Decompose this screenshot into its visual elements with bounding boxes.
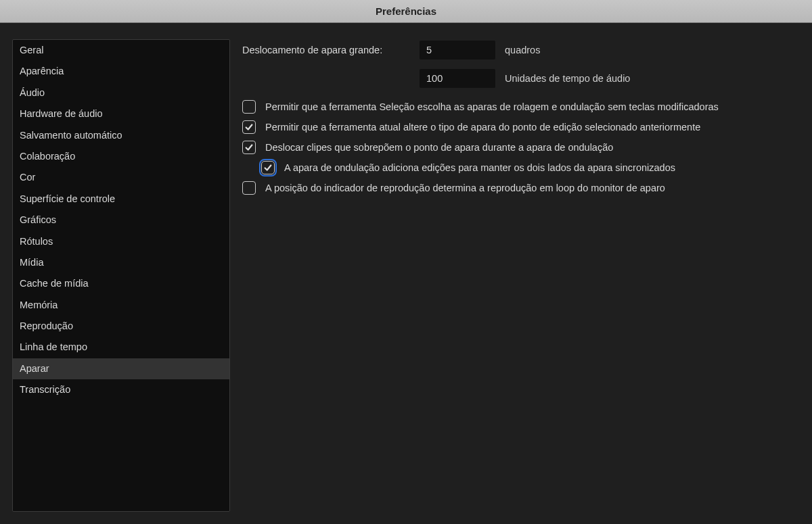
big-trim-offset-label: Deslocamento de apara grande: xyxy=(242,45,410,55)
sidebar-item-cor[interactable]: Cor xyxy=(13,167,229,188)
sidebar-item-áudio[interactable]: Áudio xyxy=(13,82,229,103)
trim-settings-panel: Deslocamento de apara grande: quadros Un… xyxy=(242,39,800,512)
checkbox-4[interactable] xyxy=(242,181,256,195)
sidebar-item-reprodução[interactable]: Reprodução xyxy=(13,316,229,337)
checkbox-row-1: Permitir que a ferramenta atual altere o… xyxy=(242,120,800,134)
preferences-sidebar: GeralAparênciaÁudioHardware de áudioSalv… xyxy=(12,39,230,512)
sidebar-item-salvamento-automático[interactable]: Salvamento automático xyxy=(13,125,229,146)
content-area: GeralAparênciaÁudioHardware de áudioSalv… xyxy=(0,23,812,524)
checkbox-3[interactable] xyxy=(261,161,275,174)
sidebar-item-superfície-de-controle[interactable]: Superfície de controle xyxy=(13,189,229,210)
checkbox-row-0: Permitir que a ferramenta Seleção escolh… xyxy=(242,100,800,114)
checkbox-2[interactable] xyxy=(242,141,256,154)
big-trim-offset-row: Deslocamento de apara grande: quadros xyxy=(242,41,800,59)
checkbox-row-2: Deslocar clipes que sobrepõem o ponto de… xyxy=(242,141,800,154)
sidebar-item-aparência[interactable]: Aparência xyxy=(13,61,229,82)
sidebar-item-gráficos[interactable]: Gráficos xyxy=(13,210,229,231)
big-trim-offset-input[interactable] xyxy=(420,41,495,59)
window-title: Preferências xyxy=(376,5,436,17)
checkbox-label-0: Permitir que a ferramenta Seleção escolh… xyxy=(265,101,719,112)
checkbox-label-4: A posição do indicador de reprodução det… xyxy=(265,183,665,193)
sidebar-item-hardware-de-áudio[interactable]: Hardware de áudio xyxy=(13,103,229,124)
sidebar-item-memória[interactable]: Memória xyxy=(13,295,229,316)
checkbox-0[interactable] xyxy=(242,100,256,114)
sidebar-item-linha-de-tempo[interactable]: Linha de tempo xyxy=(13,337,229,358)
offset-inputs-group: Deslocamento de apara grande: quadros Un… xyxy=(242,41,800,88)
checkbox-label-3: A apara de ondulação adiciona edições pa… xyxy=(284,162,675,173)
audio-time-unit-row: Unidades de tempo de áudio xyxy=(242,69,800,88)
big-trim-offset-unit: quadros xyxy=(505,45,540,55)
checkbox-1[interactable] xyxy=(242,120,256,134)
checkbox-label-1: Permitir que a ferramenta atual altere o… xyxy=(265,122,700,133)
audio-time-unit-label: Unidades de tempo de áudio xyxy=(505,73,630,84)
checkbox-row-3: A apara de ondulação adiciona edições pa… xyxy=(261,161,800,174)
checkbox-list: Permitir que a ferramenta Seleção escolh… xyxy=(242,100,800,195)
sidebar-item-transcrição[interactable]: Transcrição xyxy=(13,379,229,400)
sidebar-item-rótulos[interactable]: Rótulos xyxy=(13,231,229,252)
sidebar-item-cache-de-mídia[interactable]: Cache de mídia xyxy=(13,273,229,294)
sidebar-item-aparar[interactable]: Aparar xyxy=(13,358,229,379)
checkbox-label-2: Deslocar clipes que sobrepõem o ponto de… xyxy=(265,142,613,153)
audio-time-unit-input[interactable] xyxy=(420,69,495,88)
sidebar-item-mídia[interactable]: Mídia xyxy=(13,252,229,273)
window-titlebar: Preferências xyxy=(0,0,812,23)
sidebar-item-colaboração[interactable]: Colaboração xyxy=(13,146,229,167)
checkbox-row-4: A posição do indicador de reprodução det… xyxy=(242,181,800,195)
sidebar-item-geral[interactable]: Geral xyxy=(13,40,229,61)
